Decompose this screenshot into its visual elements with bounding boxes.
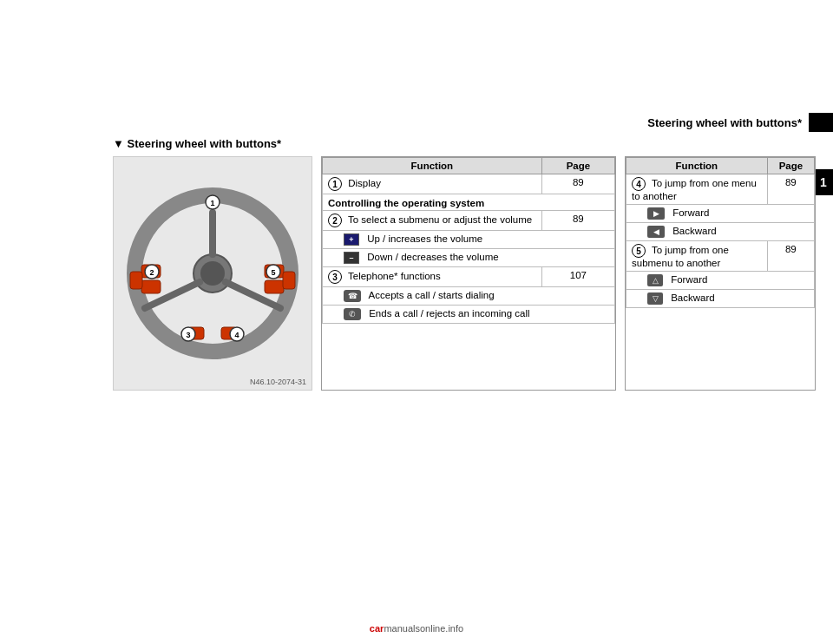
nav-down-icon: ▽ — [647, 292, 663, 305]
table-cell-function: 5 To jump from one submenu to another — [626, 241, 768, 272]
table-cell-page: 107 — [541, 267, 614, 287]
table-cell-sub: ▽ Backward — [626, 290, 815, 308]
table-cell-sub: ▶ Forward — [626, 205, 815, 223]
table-row-sub: ☎ Accepts a call / starts dialing — [323, 287, 615, 306]
svg-text:1: 1 — [210, 199, 214, 207]
main-content: 2 5 3 4 1 N46.10-2074-31 — [113, 156, 816, 391]
svg-rect-10 — [283, 272, 295, 289]
svg-point-13 — [200, 261, 225, 286]
table-row-sub: ▽ Backward — [626, 290, 815, 308]
section-title: Steering wheel with buttons* — [113, 137, 281, 150]
steering-wheel-image: 2 5 3 4 1 N46.10-2074-31 — [113, 156, 312, 391]
left-table-page-header: Page — [541, 158, 614, 174]
table-cell-sub: ☎ Accepts a call / starts dialing — [323, 287, 615, 306]
row-number-1: 1 — [328, 177, 342, 191]
footer-logo: carmanualsonline.info — [370, 623, 463, 634]
row-number-3: 3 — [328, 270, 342, 284]
table-cell-sub: + Up / increases the volume — [323, 231, 615, 249]
footer-text-red: car — [370, 623, 384, 634]
nav-up-icon: △ — [647, 274, 663, 286]
table-cell-function: 4 To jump from one menu to another — [626, 174, 768, 205]
table-cell-page: 89 — [541, 174, 614, 194]
svg-rect-9 — [265, 280, 284, 293]
row-number-2: 2 — [328, 214, 342, 227]
table-row: 3 Telephone* functions 107 — [323, 267, 615, 287]
table-cell-sub: – Down / decreases the volume — [323, 249, 615, 267]
svg-text:4: 4 — [234, 331, 239, 339]
header-black-box — [809, 113, 833, 132]
header-title-bar: Steering wheel with buttons* — [647, 113, 833, 132]
table-cell-sub: △ Forward — [626, 272, 815, 290]
table-row: 5 To jump from one submenu to another 89 — [626, 241, 815, 272]
svg-text:5: 5 — [271, 268, 275, 277]
table-cell-sub: ◀ Backward — [626, 223, 815, 241]
phone-accept-icon: ☎ — [344, 290, 361, 302]
svg-rect-7 — [130, 272, 142, 289]
svg-text:2: 2 — [149, 268, 154, 277]
tables-container: Function Page 1 Display 89 — [321, 156, 816, 391]
image-caption: N46.10-2074-31 — [250, 378, 306, 386]
row-number-5: 5 — [632, 244, 646, 258]
table-row-sub: ◀ Backward — [626, 223, 815, 241]
table-cell-function: 3 Telephone* functions — [323, 267, 542, 287]
svg-text:3: 3 — [186, 331, 190, 339]
table-cell-function: 1 Display — [323, 174, 542, 194]
table-row-sub: ✆ Ends a call / rejects an incoming call — [323, 306, 615, 324]
table-cell-page: 89 — [541, 211, 614, 231]
plus-icon: + — [344, 233, 359, 246]
page-number: 1 — [820, 175, 827, 189]
left-table-function-header: Function — [323, 158, 542, 174]
row-number-4: 4 — [632, 177, 646, 191]
phone-end-icon: ✆ — [344, 308, 361, 320]
table-cell-sub: ✆ Ends a call / rejects an incoming call — [323, 306, 615, 324]
header-title: Steering wheel with buttons* — [647, 116, 802, 129]
left-table: Function Page 1 Display 89 — [321, 156, 616, 391]
table-row: 1 Display 89 — [323, 174, 615, 194]
svg-rect-6 — [141, 280, 161, 293]
table-row: 4 To jump from one menu to another 89 — [626, 174, 815, 205]
page-number-tab: 1 — [814, 169, 833, 195]
table-row-sub: – Down / decreases the volume — [323, 249, 615, 267]
nav-backward-icon: ◀ — [647, 226, 665, 238]
nav-forward-icon: ▶ — [647, 207, 665, 220]
footer: carmanualsonline.info — [0, 623, 833, 634]
table-row: 2 To select a submenu or adjust the volu… — [323, 211, 615, 231]
right-table-page-header: Page — [767, 158, 814, 174]
table-row-sub: + Up / increases the volume — [323, 231, 615, 249]
minus-icon: – — [344, 252, 359, 264]
table-row-controlling: Controlling the operating system — [323, 194, 615, 211]
right-table-function-header: Function — [626, 158, 768, 174]
controlling-label: Controlling the operating system — [323, 194, 615, 211]
right-table: Function Page 4 To jump from one menu to… — [625, 156, 816, 391]
table-row-sub: △ Forward — [626, 272, 815, 290]
table-cell-page: 89 — [767, 174, 814, 205]
table-cell-page: 89 — [767, 241, 814, 272]
table-row-sub: ▶ Forward — [626, 205, 815, 223]
table-cell-function: 2 To select a submenu or adjust the volu… — [323, 211, 542, 231]
